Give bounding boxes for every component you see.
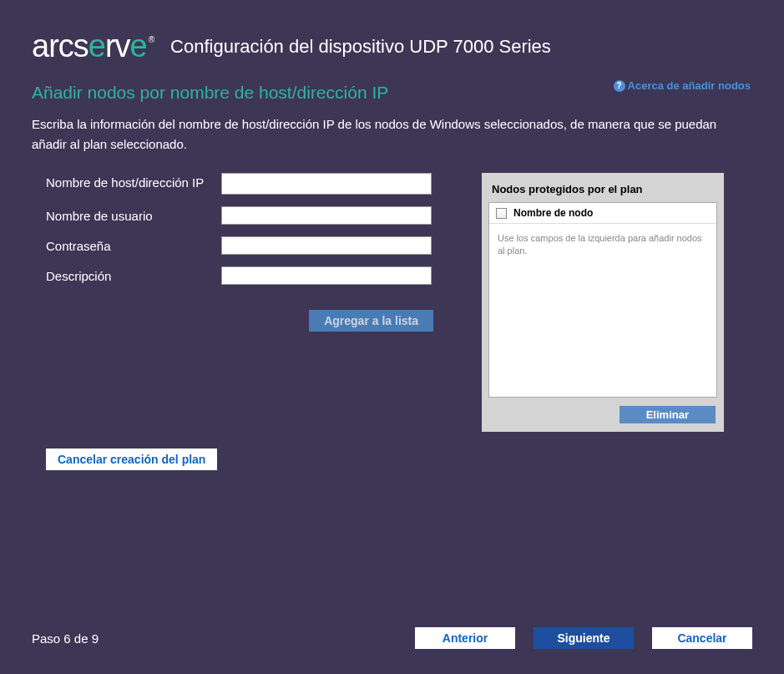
username-input[interactable] (221, 206, 432, 225)
form-row-hostname: Nombre de host/dirección IP (46, 173, 455, 195)
description-input[interactable] (221, 266, 432, 285)
help-icon: ? (614, 80, 625, 92)
protected-nodes-panel: Nodos protegidos por el plan Nombre de n… (482, 173, 724, 432)
password-input[interactable] (221, 236, 432, 255)
node-list: Nombre de nodo Use los campos de la izqu… (488, 202, 717, 398)
cancel-plan-container: Cancelar creación del plan (0, 432, 784, 470)
column-node-name: Nombre de nodo (513, 207, 593, 219)
node-list-header: Nombre de nodo (489, 203, 716, 224)
delete-button[interactable]: Eliminar (620, 406, 716, 423)
panel-footer: Eliminar (488, 398, 717, 425)
select-all-checkbox[interactable] (496, 208, 507, 219)
next-button[interactable]: Siguiente (534, 627, 634, 649)
form-row-password: Contraseña (46, 236, 455, 255)
help-link-text: Acerca de añadir nodos (628, 79, 751, 92)
add-to-list-button[interactable]: Agregar a la lista (309, 310, 433, 332)
cancel-plan-button[interactable]: Cancelar creación del plan (46, 448, 217, 470)
form-row-username: Nombre de usuario (46, 206, 455, 225)
username-label: Nombre de usuario (46, 206, 221, 225)
hostname-label: Nombre de host/dirección IP (46, 173, 221, 191)
form-section: Nombre de host/dirección IP Nombre de us… (46, 173, 455, 432)
page-description: Escriba la información del nombre de hos… (0, 103, 784, 155)
hostname-input[interactable] (221, 173, 432, 195)
description-label: Descripción (46, 266, 221, 285)
password-label: Contraseña (46, 236, 221, 255)
main-content: Nombre de host/dirección IP Nombre de us… (0, 155, 784, 432)
subheader: Añadir nodos por nombre de host/direcció… (0, 74, 784, 103)
panel-title: Nodos protegidos por el plan (488, 180, 717, 202)
add-button-row: Agregar a la lista (46, 310, 455, 332)
footer-buttons: Anterior Siguiente Cancelar (415, 627, 752, 649)
cancel-button[interactable]: Cancelar (652, 627, 752, 649)
header: arcserve® Configuración del dispositivo … (0, 0, 784, 74)
step-indicator: Paso 6 de 9 (32, 631, 99, 646)
logo: arcserve® (32, 28, 154, 64)
prev-button[interactable]: Anterior (415, 627, 515, 649)
footer: Paso 6 de 9 Anterior Siguiente Cancelar (0, 627, 784, 649)
empty-list-message: Use los campos de la izquierda para añad… (489, 224, 716, 266)
form-row-description: Descripción (46, 266, 455, 285)
help-link[interactable]: ? Acerca de añadir nodos (614, 79, 751, 92)
header-title: Configuración del dispositivo UDP 7000 S… (170, 36, 551, 58)
